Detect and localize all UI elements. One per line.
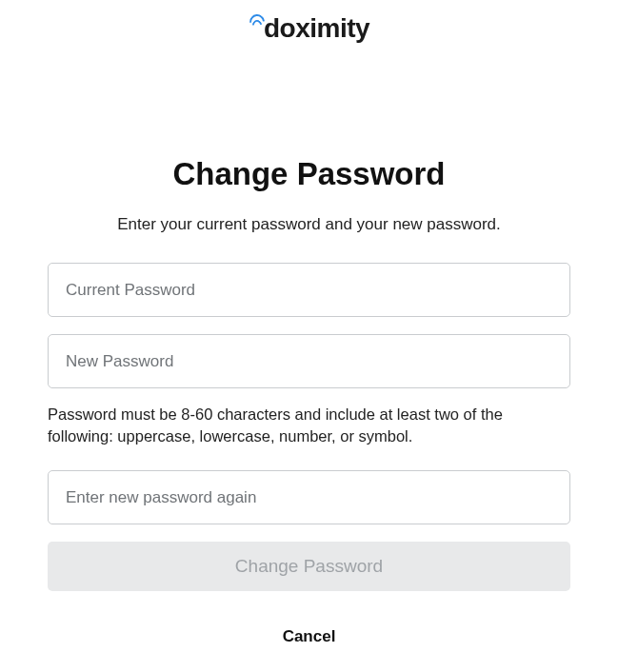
current-password-input[interactable] [48, 263, 570, 317]
page-title: Change Password [48, 156, 570, 192]
cancel-button[interactable]: Cancel [48, 627, 570, 646]
page-subtitle: Enter your current password and your new… [48, 215, 570, 234]
change-password-button[interactable]: Change Password [48, 542, 570, 591]
password-hint: Password must be 8-60 characters and inc… [48, 404, 570, 447]
change-password-form: Change Password Enter your current passw… [48, 156, 570, 672]
logo-text: doximity [264, 15, 369, 42]
confirm-password-input[interactable] [48, 470, 570, 524]
logo-arcs-icon [249, 13, 266, 32]
new-password-input[interactable] [48, 334, 570, 388]
logo: doximity [48, 15, 570, 42]
